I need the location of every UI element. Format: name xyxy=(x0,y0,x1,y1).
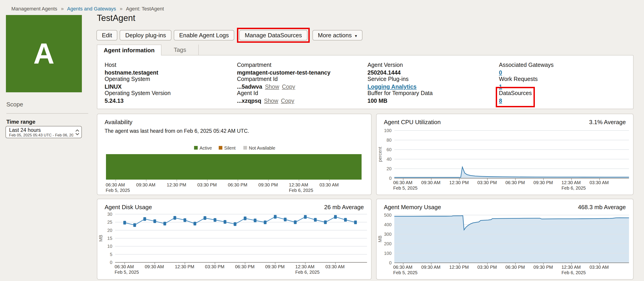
field-host: Hosthostname.testagent xyxy=(104,62,158,76)
svg-text:03:30 PM: 03:30 PM xyxy=(198,182,217,187)
svg-text:12:30 AM: 12:30 AM xyxy=(289,182,308,187)
svg-text:03:30 PM: 03:30 PM xyxy=(477,265,497,270)
svg-text:03:30 AM: 03:30 AM xyxy=(320,182,339,187)
manage-datasources-button[interactable]: Manage DataSources xyxy=(239,30,308,40)
spinner-icon[interactable] xyxy=(75,128,80,136)
work-requests-link[interactable]: 1 xyxy=(499,84,502,90)
field-label: Compartment xyxy=(237,62,330,68)
field-label: Work Requests xyxy=(499,76,538,82)
svg-text:60: 60 xyxy=(386,147,392,152)
svg-text:Silent: Silent xyxy=(224,146,236,150)
field-value: 8 xyxy=(499,98,532,104)
breadcrumb-separator: » xyxy=(61,6,64,11)
field-compartment-id: Compartment Id...5adwvaShowCopy xyxy=(237,76,295,90)
copy-link[interactable]: Copy xyxy=(282,84,295,90)
edit-button[interactable]: Edit xyxy=(96,30,118,40)
memory-usage-card: Agent Memory Usage 468.3 mb Average 0100… xyxy=(376,199,634,280)
caret-down-icon: ▾ xyxy=(355,34,357,38)
data-point-marker xyxy=(334,215,337,219)
data-point-marker xyxy=(294,220,296,224)
svg-text:0: 0 xyxy=(389,176,392,181)
svg-text:30: 30 xyxy=(107,212,112,217)
svg-text:Not Available: Not Available xyxy=(249,146,275,150)
field-value: ...5adwvaShowCopy xyxy=(237,84,295,90)
copy-link[interactable]: Copy xyxy=(281,98,294,104)
svg-text:20: 20 xyxy=(107,228,112,233)
field-label: Agent Id xyxy=(237,90,294,96)
field-service-plug-ins: Service Plug-insLogging Analytics xyxy=(368,76,416,90)
svg-text:09:30 AM: 09:30 AM xyxy=(421,180,441,185)
data-point-marker xyxy=(354,220,357,224)
field-buffer-for-temporary-data: Buffer for Temporary Data100 MB xyxy=(368,90,433,104)
svg-text:500: 500 xyxy=(384,212,392,218)
data-point-marker xyxy=(344,218,347,222)
field-compartment: Compartmentmgmtagent-customer-test-tenan… xyxy=(237,62,330,76)
breadcrumb-item-management-agents[interactable]: Management Agents xyxy=(11,6,57,11)
svg-text:200: 200 xyxy=(384,241,392,246)
svg-text:Feb 5, 2025: Feb 5, 2025 xyxy=(114,270,139,275)
availability-status-bar xyxy=(106,154,362,180)
svg-text:09:30 PM: 09:30 PM xyxy=(258,182,278,187)
svg-text:12:30 AM: 12:30 AM xyxy=(562,265,581,270)
svg-text:09:30 AM: 09:30 AM xyxy=(136,182,156,187)
show-link[interactable]: Show xyxy=(265,84,279,90)
data-point-marker xyxy=(164,222,166,226)
data-point-marker xyxy=(264,220,266,224)
field-label: Buffer for Temporary Data xyxy=(368,90,433,96)
svg-text:03:30 AM: 03:30 AM xyxy=(326,264,345,269)
divider xyxy=(6,113,88,114)
show-link[interactable]: Show xyxy=(264,98,278,104)
svg-text:Feb 6, 2025: Feb 6, 2025 xyxy=(562,186,586,190)
memory-usage-chart: 0100200300400500MB06:30 AMFeb 5, 202509:… xyxy=(377,210,634,279)
cpu-average-label: 3.1% Average xyxy=(589,119,626,126)
svg-text:0: 0 xyxy=(389,260,392,265)
tab-agent-information[interactable]: Agent information xyxy=(97,44,162,56)
svg-text:09:30 PM: 09:30 PM xyxy=(534,265,553,270)
associated-gateways-link[interactable]: 0 xyxy=(499,70,502,76)
svg-text:Feb 5, 2025: Feb 5, 2025 xyxy=(393,186,418,190)
deploy-plug-ins-button[interactable]: Deploy plug-ins xyxy=(120,30,172,40)
time-range-value: Last 24 hours xyxy=(9,127,73,133)
svg-text:300: 300 xyxy=(384,232,392,237)
page-title: TestAgent xyxy=(97,13,135,23)
svg-text:5: 5 xyxy=(110,252,112,257)
cpu-utilization-card: Agent CPU Utilization 3.1% Average 02040… xyxy=(376,114,634,195)
enable-agent-logs-button[interactable]: Enable Agent Logs xyxy=(174,30,234,40)
svg-text:03:30 AM: 03:30 AM xyxy=(590,265,609,270)
svg-text:Feb 6, 2025: Feb 6, 2025 xyxy=(562,270,586,275)
data-point-marker xyxy=(274,215,276,218)
data-point-marker xyxy=(284,218,286,221)
data-point-marker xyxy=(123,221,126,224)
field-associated-gateways: Associated Gateways0 xyxy=(499,62,554,76)
scope-label: Scope xyxy=(6,101,23,108)
data-point-marker xyxy=(143,217,146,221)
data-point-marker xyxy=(194,222,196,226)
datasources-link[interactable]: 8 xyxy=(499,98,502,104)
cpu-utilization-chart: 020406080100percent06:30 AMFeb 5, 202509… xyxy=(377,125,634,194)
field-operating-system: Operating SystemLINUX xyxy=(104,76,150,90)
time-range-select[interactable]: Last 24 hours Feb 05, 2025 05:43 UTC - F… xyxy=(6,126,82,138)
tab-tags[interactable]: Tags xyxy=(162,44,199,55)
data-point-marker xyxy=(324,220,327,224)
svg-text:12:30 PM: 12:30 PM xyxy=(449,265,469,270)
manage-datasources-highlight-box: Manage DataSources xyxy=(237,28,310,43)
svg-text:12:30 AM: 12:30 AM xyxy=(296,264,315,269)
field-value: mgmtagent-customer-test-tenancy xyxy=(237,70,330,76)
data-point-marker xyxy=(224,220,226,224)
svg-text:Feb 5, 2025: Feb 5, 2025 xyxy=(106,188,130,193)
svg-text:03:30 PM: 03:30 PM xyxy=(477,180,497,185)
svg-text:06:30 AM: 06:30 AM xyxy=(393,180,412,185)
svg-text:03:30 AM: 03:30 AM xyxy=(590,180,609,185)
field-agent-id: Agent Id...xzqpsqShowCopy xyxy=(237,90,294,104)
breadcrumb-link-agents-and-gateways[interactable]: Agents and Gateways xyxy=(67,6,116,11)
svg-text:100: 100 xyxy=(384,251,392,256)
breadcrumb-item-current: Agent: TestAgent xyxy=(126,6,164,11)
series-line xyxy=(124,217,356,225)
service-plug-ins-link[interactable]: Logging Analytics xyxy=(368,84,416,90)
breadcrumb: Management Agents » Agents and Gateways … xyxy=(11,6,164,11)
data-point-marker xyxy=(174,216,176,220)
svg-text:80: 80 xyxy=(386,138,392,142)
field-value: 5.24.13 xyxy=(104,98,170,104)
field-label: Compartment Id xyxy=(237,76,295,82)
more-actions-button[interactable]: More actions▾ xyxy=(312,30,362,40)
